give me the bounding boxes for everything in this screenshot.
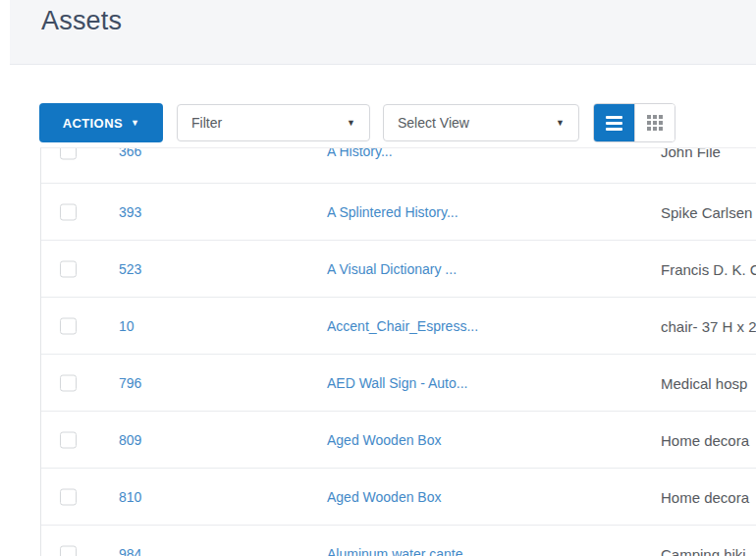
table-row-line: 366 A History... John File bbox=[41, 148, 756, 180]
table-row: 393 A Splintered History... Spike Carlse… bbox=[41, 184, 756, 241]
list-view-icon bbox=[606, 116, 622, 131]
row-description: chair- 37 H x 2 bbox=[661, 318, 756, 335]
row-checkbox[interactable] bbox=[60, 318, 77, 335]
row-id-link[interactable]: 809 bbox=[119, 432, 141, 448]
chevron-down-icon: ▼ bbox=[131, 119, 139, 128]
row-name-link[interactable]: Aluminum water cante bbox=[327, 546, 463, 556]
row-id-link[interactable]: 523 bbox=[119, 261, 141, 277]
row-name-link[interactable]: AED Wall Sign - Auto... bbox=[327, 375, 467, 391]
row-checkbox[interactable] bbox=[60, 546, 77, 556]
row-description: John File bbox=[661, 148, 721, 160]
select-view-dropdown-label: Select View bbox=[398, 115, 469, 131]
row-name-link[interactable]: A Visual Dictionary ... bbox=[327, 261, 457, 277]
row-checkbox[interactable] bbox=[60, 204, 77, 221]
row-name-link[interactable]: Aged Wooden Box bbox=[327, 489, 442, 505]
row-id-link[interactable]: 366 bbox=[119, 148, 141, 159]
row-name-link[interactable]: Aged Wooden Box bbox=[327, 432, 442, 448]
table-row: 810 Aged Wooden Box Home decora bbox=[41, 469, 756, 526]
row-checkbox[interactable] bbox=[60, 148, 77, 160]
table-row: 809 Aged Wooden Box Home decora bbox=[41, 412, 756, 469]
row-description: Francis D. K. C bbox=[661, 261, 756, 278]
row-id-link[interactable]: 810 bbox=[119, 489, 141, 505]
actions-button-label: ACTIONS bbox=[63, 116, 123, 131]
actions-button[interactable]: ACTIONS ▼ bbox=[39, 103, 163, 142]
row-description: Camping hiki bbox=[661, 546, 746, 556]
row-name-link[interactable]: Accent_Chair_Espress... bbox=[327, 318, 478, 334]
asset-table: 366 A History... John File 393 A Splinte… bbox=[40, 147, 756, 556]
row-description: Spike Carlsen bbox=[661, 204, 752, 221]
table-row: 984 Aluminum water cante Camping hiki bbox=[41, 526, 756, 556]
row-id-link[interactable]: 10 bbox=[119, 318, 135, 334]
list-view-button[interactable] bbox=[594, 104, 634, 141]
row-name-link[interactable]: A Splintered History... bbox=[327, 204, 459, 220]
row-description: Home decora bbox=[661, 432, 749, 449]
table-row-line: 796 AED Wall Sign - Auto... Medical hosp bbox=[41, 355, 756, 412]
row-name-link[interactable]: A History... bbox=[327, 148, 393, 159]
table-row: 796 AED Wall Sign - Auto... Medical hosp bbox=[41, 355, 756, 412]
page-header: Assets bbox=[10, 0, 756, 65]
row-description: Home decora bbox=[661, 489, 749, 506]
filter-dropdown[interactable]: Filter ▼ bbox=[177, 104, 370, 141]
row-description: Medical hosp bbox=[661, 375, 747, 392]
view-toggle-group bbox=[593, 103, 675, 142]
assets-page: Assets ACTIONS ▼ Filter ▼ Select View ▼ bbox=[0, 0, 756, 556]
toolbar: ACTIONS ▼ Filter ▼ Select View ▼ bbox=[0, 103, 756, 142]
table-row: 366 A History... John File bbox=[41, 148, 756, 184]
row-checkbox[interactable] bbox=[60, 489, 77, 506]
table-row-line: 984 Aluminum water cante Camping hiki bbox=[41, 526, 756, 556]
grid-view-icon bbox=[647, 115, 663, 131]
row-id-link[interactable]: 393 bbox=[119, 204, 141, 220]
table-row-line: 393 A Splintered History... Spike Carlse… bbox=[41, 184, 756, 241]
row-checkbox[interactable] bbox=[60, 261, 77, 278]
row-checkbox[interactable] bbox=[60, 375, 77, 392]
table-row-line: 523 A Visual Dictionary ... Francis D. K… bbox=[41, 241, 756, 298]
select-view-dropdown[interactable]: Select View ▼ bbox=[383, 104, 579, 141]
page-title: Assets bbox=[41, 6, 122, 36]
row-checkbox[interactable] bbox=[60, 432, 77, 449]
row-id-link[interactable]: 984 bbox=[119, 546, 141, 556]
grid-view-button[interactable] bbox=[634, 104, 675, 141]
filter-dropdown-label: Filter bbox=[191, 115, 222, 131]
chevron-down-icon: ▼ bbox=[556, 119, 565, 128]
table-row-line: 10 Accent_Chair_Espress... chair- 37 H x… bbox=[41, 298, 756, 355]
row-id-link[interactable]: 796 bbox=[119, 375, 141, 391]
table-row-line: 810 Aged Wooden Box Home decora bbox=[41, 469, 756, 526]
chevron-down-icon: ▼ bbox=[347, 119, 355, 128]
table-row: 523 A Visual Dictionary ... Francis D. K… bbox=[41, 241, 756, 298]
table-row: 10 Accent_Chair_Espress... chair- 37 H x… bbox=[41, 298, 756, 355]
table-row-line: 809 Aged Wooden Box Home decora bbox=[41, 412, 756, 469]
